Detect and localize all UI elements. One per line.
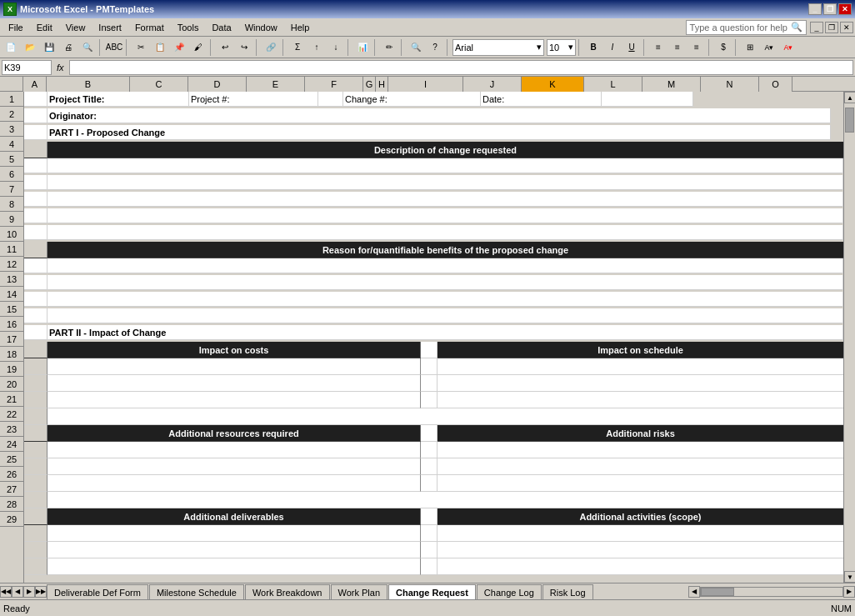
cell-impact-schedule-header[interactable]: Impact on schedule [438,342,843,358]
zoom-button[interactable]: 🔍 [407,38,425,57]
cell-A12[interactable] [24,275,48,290]
scroll-right-button[interactable]: ▶ [843,586,855,598]
print-preview-button[interactable]: 🔍 [78,38,97,57]
cell-A2[interactable] [24,108,48,123]
drawing-button[interactable]: ✏ [380,38,398,57]
cell-A8[interactable] [24,208,48,223]
horizontal-scrollbar[interactable]: ◀ ▶ [688,583,855,599]
cell-A3[interactable] [24,125,48,140]
cell-I24[interactable] [438,475,843,492]
cell-A1[interactable] [24,92,48,107]
cell-B5[interactable] [48,158,843,173]
cell-B14[interactable] [48,308,843,323]
col-header-K[interactable]: K [522,77,584,92]
hyperlink-button[interactable]: 🔗 [262,38,280,57]
row-num-20[interactable]: 20 [0,377,23,392]
sheet-tab-milestone[interactable]: Milestone Schedule [149,584,244,599]
hscroll-thumb[interactable] [701,588,734,596]
row-num-27[interactable]: 27 [0,482,23,497]
row-num-5[interactable]: 5 [0,152,23,167]
cell-L1[interactable]: Date: [481,92,602,107]
col-header-N[interactable]: N [701,77,759,92]
cell-A9[interactable] [24,225,48,240]
cell-B19[interactable] [48,392,421,408]
sheet-tab-changerequest[interactable]: Change Request [388,584,476,599]
cell-B25[interactable] [48,492,843,508]
menu-data[interactable]: Data [205,21,238,34]
row-num-6[interactable]: 6 [0,167,23,182]
cell-B15[interactable]: PART II - Impact of Change [48,325,843,340]
cell-I19[interactable] [438,392,843,408]
cell-deliverables-header[interactable]: Additional deliverables [48,508,421,525]
row-num-14[interactable]: 14 [0,287,23,302]
font-size-combo[interactable]: 10 ▾ [547,39,576,56]
cell-A7[interactable] [24,192,48,207]
copy-button[interactable]: 📋 [151,38,169,57]
cell-risks-header[interactable]: Additional risks [438,425,843,442]
menu-help[interactable]: Help [284,21,317,34]
row-num-13[interactable]: 13 [0,272,23,287]
bold-button[interactable]: B [584,38,602,57]
cell-B12[interactable] [48,275,843,290]
formula-input[interactable] [69,60,853,75]
align-right-button[interactable]: ≡ [688,38,706,57]
row-num-1[interactable]: 1 [0,92,23,107]
fill-color-button[interactable]: A▾ [760,38,778,57]
menu-window[interactable]: Window [238,21,284,34]
minimize-btn2[interactable]: _ [810,22,823,33]
cell-A5[interactable] [24,158,48,173]
cell-I28[interactable] [438,542,843,558]
col-header-D[interactable]: D [188,77,247,92]
save-button[interactable]: 💾 [40,38,58,57]
row-num-9[interactable]: 9 [0,212,23,227]
currency-button[interactable]: $ [714,38,732,57]
chart-button[interactable]: 📊 [353,38,372,57]
sheet-tab-risklog[interactable]: Risk Log [542,584,593,599]
vertical-scrollbar[interactable]: ▲ ▼ [843,92,855,583]
cell-B8[interactable] [48,208,843,223]
col-header-G[interactable]: G [363,77,376,92]
col-header-A[interactable]: A [23,77,47,92]
cell-I29[interactable] [438,558,843,575]
cell-A15[interactable] [24,325,48,340]
scroll-left-button[interactable]: ◀ [688,586,700,598]
menu-view[interactable]: View [59,21,92,34]
restore-button[interactable]: ❐ [823,3,837,15]
row-num-4[interactable]: 4 [0,137,23,152]
col-header-M[interactable]: M [642,77,701,92]
menu-file[interactable]: File [2,21,30,34]
cell-resources-header[interactable]: Additional resources required [48,425,421,442]
paste-button[interactable]: 📌 [170,38,188,57]
sheet-next-button[interactable]: ▶ [23,586,35,598]
sheet-tab-changelog[interactable]: Change Log [477,584,542,599]
cell-I27[interactable] [438,525,843,542]
cell-G1[interactable] [318,92,331,107]
sheet-tab-deliverable[interactable]: Deliverable Def Form [47,584,148,599]
sheet-first-button[interactable]: ◀◀ [0,586,12,598]
cell-B7[interactable] [48,192,843,207]
menu-insert[interactable]: Insert [92,21,128,34]
sheet-last-button[interactable]: ▶▶ [35,586,47,598]
cell-A11[interactable] [24,258,48,273]
sheet-prev-button[interactable]: ◀ [12,586,23,598]
cell-I17[interactable] [438,358,843,375]
cell-E1[interactable]: Project #: [189,92,318,107]
cell-B2[interactable]: Originator: [48,108,831,123]
undo-button[interactable]: ↩ [216,38,234,57]
row-num-28[interactable]: 28 [0,497,23,512]
col-header-O[interactable]: O [759,77,792,92]
name-box[interactable]: K39 [2,60,52,75]
restore-btn2[interactable]: ❐ [825,22,838,33]
row-num-10[interactable]: 10 [0,227,23,242]
menu-format[interactable]: Format [128,21,171,34]
col-header-H[interactable]: H [376,77,388,92]
title-bar-buttons[interactable]: _ ❐ ✕ [808,3,852,15]
minimize-button[interactable]: _ [808,3,822,15]
help-search-box[interactable]: Type a question for help 🔍 [686,20,807,35]
cell-B13[interactable] [48,292,843,307]
autosum-button[interactable]: Σ [288,38,307,57]
align-left-button[interactable]: ≡ [649,38,668,57]
align-center-button[interactable]: ≡ [668,38,687,57]
scroll-up-button[interactable]: ▲ [844,92,855,103]
col-header-E[interactable]: E [247,77,305,92]
